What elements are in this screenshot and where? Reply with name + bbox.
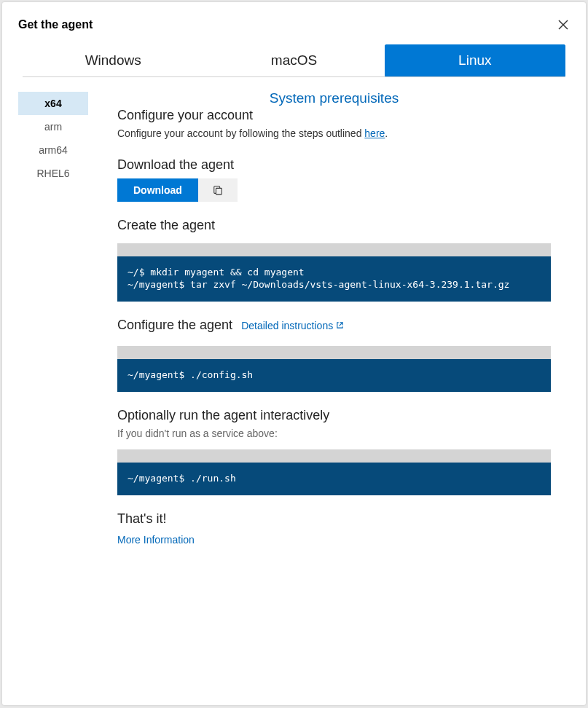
download-title: Download the agent [117, 157, 551, 173]
run-code-block: ~/myagent$ ./run.sh [117, 449, 551, 495]
here-link[interactable]: here [364, 127, 385, 139]
dialog-body: x64 arm arm64 RHEL6 System prerequisites… [2, 77, 586, 705]
configure-agent-title: Configure the agent [117, 318, 232, 333]
thats-it-title: That's it! [117, 511, 551, 527]
svg-rect-2 [216, 188, 222, 194]
configure-account-title: Configure your account [117, 108, 551, 123]
tab-linux[interactable]: Linux [385, 44, 565, 76]
system-prerequisites-link[interactable]: System prerequisites [117, 90, 551, 106]
sidebar-item-rhel6[interactable]: RHEL6 [18, 162, 88, 185]
download-button[interactable]: Download [117, 178, 198, 202]
create-code[interactable]: ~/$ mkdir myagent && cd myagent ~/myagen… [117, 256, 551, 302]
code-header [117, 346, 551, 359]
download-row: Download [117, 178, 551, 202]
close-icon [558, 20, 568, 30]
detailed-instructions-link[interactable]: Detailed instructions [241, 320, 344, 331]
content-pane: System prerequisites Configure your acco… [88, 77, 586, 705]
configure-code[interactable]: ~/myagent$ ./config.sh [117, 359, 551, 392]
code-header [117, 449, 551, 463]
create-code-block: ~/$ mkdir myagent && cd myagent ~/myagen… [117, 243, 551, 302]
tab-windows[interactable]: Windows [23, 44, 203, 76]
os-tabs: Windows macOS Linux [23, 44, 565, 77]
copy-url-button[interactable] [198, 178, 238, 202]
optional-note: If you didn't run as a service above: [117, 428, 551, 439]
arch-sidebar: x64 arm arm64 RHEL6 [2, 77, 88, 705]
dialog-title: Get the agent [18, 18, 93, 31]
dialog-header: Get the agent [2, 2, 586, 44]
configure-code-block: ~/myagent$ ./config.sh [117, 346, 551, 392]
code-header [117, 243, 551, 256]
sidebar-item-x64[interactable]: x64 [18, 92, 88, 115]
run-code[interactable]: ~/myagent$ ./run.sh [117, 463, 551, 495]
configure-agent-header: Configure the agent Detailed instruction… [117, 318, 551, 336]
more-information-link[interactable]: More Information [117, 534, 195, 546]
sidebar-item-arm[interactable]: arm [18, 115, 88, 138]
configure-account-desc: Configure your account by following the … [117, 126, 551, 141]
tab-macos[interactable]: macOS [203, 44, 384, 76]
create-agent-title: Create the agent [117, 218, 551, 233]
external-link-icon [336, 321, 344, 329]
copy-icon [213, 185, 223, 195]
sidebar-item-arm64[interactable]: arm64 [18, 138, 88, 162]
close-button[interactable] [557, 18, 570, 31]
optional-title: Optionally run the agent interactively [117, 408, 551, 423]
get-agent-dialog: Get the agent Windows macOS Linux x64 ar… [2, 2, 586, 705]
